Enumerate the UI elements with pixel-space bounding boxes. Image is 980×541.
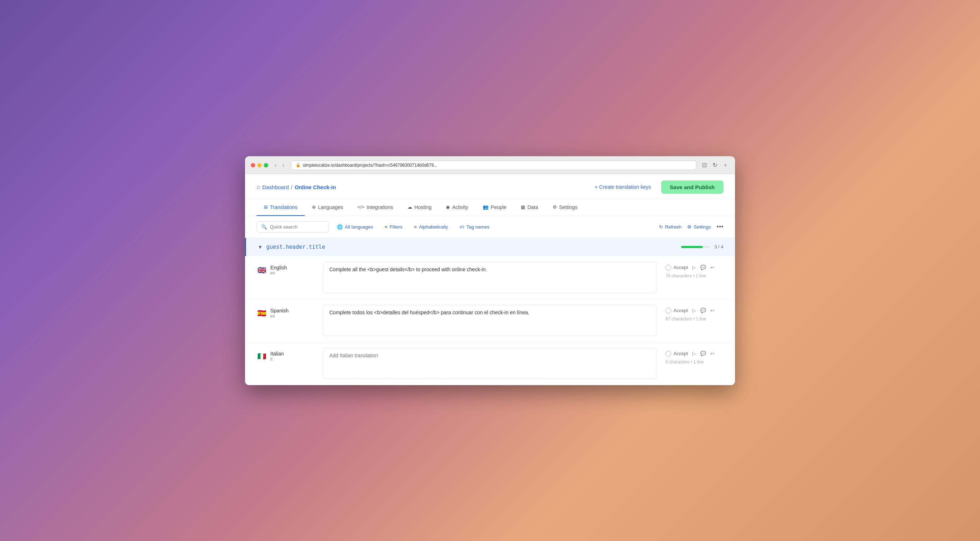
search-input[interactable] [270, 224, 324, 230]
tab-activity[interactable]: ◉ Activity [439, 199, 475, 216]
progress-bar-fill [681, 246, 703, 248]
accept-button-italian[interactable]: Accept [665, 351, 688, 357]
alphabetically-label: Alphabetically [419, 224, 448, 230]
search-box[interactable]: 🔍 [256, 221, 329, 233]
action-row-italian: Accept ▷ 💬 ↩ [665, 351, 714, 357]
alphabetically-button[interactable]: ≡ Alphabetically [410, 222, 452, 232]
play-button-italian[interactable]: ▷ [692, 351, 696, 356]
header-actions: + Create translation keys Save and Publi… [589, 181, 724, 194]
lang-details-english: English en [270, 265, 287, 276]
flag-english: 🇬🇧 [256, 265, 267, 275]
flag-italian: 🇮🇹 [256, 351, 267, 361]
flag-spanish: 🇪🇸 [256, 308, 267, 318]
hosting-tab-label: Hosting [414, 204, 431, 210]
project-name: Online Check-in [294, 184, 336, 190]
tab-integrations[interactable]: </> Integrations [350, 199, 400, 216]
browser-back-button[interactable]: ‹ [272, 161, 278, 169]
toolbar-left: 🔍 🌐 All languages ≡ Filters ≡ Alphabetic… [256, 221, 493, 233]
lang-info-spanish: 🇪🇸 Spanish es [256, 305, 315, 319]
lock-icon: 🔒 [296, 163, 301, 167]
browser-cast-button[interactable]: ⊡ [701, 161, 708, 169]
languages-tab-icon: ⊕ [312, 204, 316, 210]
play-button-english[interactable]: ▷ [692, 265, 696, 270]
comment-button-english[interactable]: 💬 [700, 265, 706, 270]
globe-icon: 🌐 [337, 224, 343, 230]
browser-actions: ⊡ ↻ + [701, 161, 729, 169]
accept-label-english: Accept [673, 265, 688, 270]
close-traffic-light[interactable] [251, 163, 255, 167]
accept-button-english[interactable]: Accept [665, 265, 688, 271]
translation-textarea-spanish[interactable]: Complete todos los <b>detalles del huésp… [323, 305, 657, 334]
accept-button-spanish[interactable]: Accept [665, 308, 688, 314]
app-content: ⌂ Dashboard / Online Check-in + Create t… [245, 174, 735, 385]
translation-entry-spanish: 🇪🇸 Spanish es Complete todos los <b>deta… [245, 299, 735, 342]
browser-toolbar: ‹ › 🔒 simplelocalize.io/dashboard/projec… [251, 160, 729, 170]
lang-name-english: English [270, 265, 287, 271]
browser-refresh-button[interactable]: ↻ [711, 161, 719, 169]
tab-settings[interactable]: ⚙ Settings [546, 199, 585, 216]
comment-button-spanish[interactable]: 💬 [700, 308, 706, 313]
activity-tab-label: Activity [452, 204, 468, 210]
nav-tabs: ⊞ Translations ⊕ Languages </> Integrati… [245, 199, 735, 216]
browser-nav-buttons: ‹ › [272, 161, 286, 169]
refresh-button[interactable]: ↻ Refresh [659, 224, 682, 230]
translation-key-row: ▼ guest.header.title 3 / 4 [245, 238, 735, 256]
char-info-english: 70 characters • 1 line [665, 273, 706, 278]
settings-label: Settings [694, 224, 711, 230]
comment-button-italian[interactable]: 💬 [700, 351, 706, 356]
tab-hosting[interactable]: ☁ Hosting [400, 199, 439, 216]
lang-details-italian: Italian it [270, 351, 284, 362]
lang-code-spanish: es [270, 314, 289, 319]
lang-info-italian: 🇮🇹 Italian it [256, 348, 315, 362]
tab-data[interactable]: ▦ Data [514, 199, 546, 216]
tab-languages[interactable]: ⊕ Languages [305, 199, 350, 216]
play-button-spanish[interactable]: ▷ [692, 308, 696, 313]
lang-details-spanish: Spanish es [270, 308, 289, 319]
char-info-italian: 0 characters • 1 line [665, 359, 704, 365]
address-bar[interactable]: 🔒 simplelocalize.io/dashboard/projects/?… [291, 160, 696, 170]
translation-actions-italian: Accept ▷ 💬 ↩ 0 characters • 1 line [665, 348, 724, 365]
search-icon: 🔍 [261, 224, 267, 230]
breadcrumb-separator: / [291, 184, 293, 190]
tab-people[interactable]: 👥 People [476, 199, 514, 216]
history-button-spanish[interactable]: ↩ [710, 308, 714, 313]
toolbar: 🔍 🌐 All languages ≡ Filters ≡ Alphabetic… [245, 216, 735, 238]
translation-field-italian[interactable] [323, 348, 657, 379]
history-button-english[interactable]: ↩ [710, 265, 714, 270]
translations-tab-label: Translations [270, 204, 298, 210]
history-button-italian[interactable]: ↩ [710, 351, 714, 356]
tag-icon: 🏷 [460, 224, 464, 230]
tab-translations[interactable]: ⊞ Translations [256, 199, 305, 216]
translation-textarea-italian[interactable] [323, 348, 657, 377]
accept-label-spanish: Accept [673, 308, 688, 313]
accept-circle-spanish [665, 308, 671, 314]
browser-window: ‹ › 🔒 simplelocalize.io/dashboard/projec… [245, 156, 735, 385]
all-languages-label: All languages [345, 224, 373, 230]
breadcrumb: ⌂ Dashboard / Online Check-in [256, 184, 336, 190]
app-header: ⌂ Dashboard / Online Check-in + Create t… [245, 174, 735, 199]
minimize-traffic-light[interactable] [257, 163, 262, 167]
translation-entry-english: 🇬🇧 English en Complete all the <b>guest … [245, 256, 735, 299]
tag-names-button[interactable]: 🏷 Tag names [456, 222, 493, 232]
browser-forward-button[interactable]: › [280, 161, 286, 169]
settings-tab-icon: ⚙ [553, 204, 557, 210]
home-icon: ⌂ [256, 184, 260, 190]
create-translation-keys-button[interactable]: + Create translation keys [589, 181, 657, 193]
toolbar-right: ↻ Refresh ⚙ Settings ••• [659, 223, 724, 231]
dashboard-link[interactable]: Dashboard [262, 184, 289, 190]
all-languages-button[interactable]: 🌐 All languages [333, 222, 377, 232]
refresh-icon: ↻ [659, 224, 663, 230]
save-and-publish-button[interactable]: Save and Publish [661, 181, 724, 194]
more-options-button[interactable]: ••• [716, 223, 724, 231]
collapse-key-button[interactable]: ▼ [258, 244, 263, 250]
settings-button[interactable]: ⚙ Settings [687, 224, 711, 230]
people-tab-label: People [491, 204, 507, 210]
translation-textarea-english[interactable]: Complete all the <b>guest details</b> to… [323, 262, 657, 291]
maximize-traffic-light[interactable] [264, 163, 268, 167]
translation-field-english[interactable]: Complete all the <b>guest details</b> to… [323, 262, 657, 293]
filters-button[interactable]: ≡ Filters [381, 222, 406, 232]
translation-field-spanish[interactable]: Complete todos los <b>detalles del huésp… [323, 305, 657, 336]
settings-tab-label: Settings [559, 204, 578, 210]
accept-circle-english [665, 265, 671, 271]
browser-new-tab-button[interactable]: + [722, 161, 729, 169]
